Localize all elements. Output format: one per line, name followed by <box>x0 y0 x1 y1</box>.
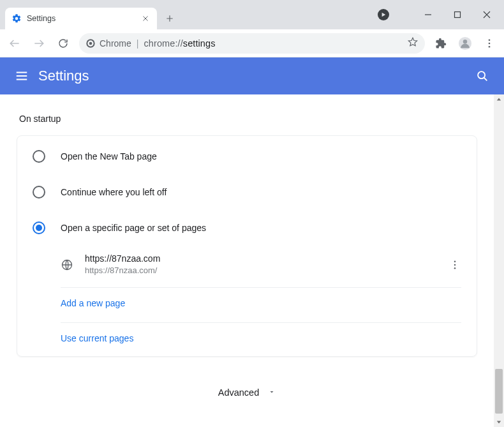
hamburger-menu-button[interactable] <box>8 62 36 90</box>
svg-marker-0 <box>382 13 386 17</box>
startup-page-title: https://87nzaa.com <box>85 252 436 265</box>
settings-content: On startup Open the New Tab page Continu… <box>0 94 494 427</box>
extensions-button[interactable] <box>430 33 452 54</box>
chevron-down-icon <box>268 387 276 398</box>
address-bar[interactable]: Chrome | chrome://settings <box>79 33 425 54</box>
gear-icon <box>11 13 22 24</box>
settings-header: Settings <box>0 57 504 94</box>
close-tab-icon[interactable] <box>140 13 151 24</box>
svg-point-14 <box>454 267 456 269</box>
site-chip-label: Chrome <box>100 38 131 49</box>
scroll-down-icon[interactable] <box>494 417 504 427</box>
radio-icon <box>33 221 45 234</box>
option-continue[interactable]: Continue where you left off <box>17 174 477 210</box>
search-button[interactable] <box>468 62 496 90</box>
advanced-toggle[interactable]: Advanced <box>17 387 477 398</box>
option-new-tab[interactable]: Open the New Tab page <box>17 139 477 174</box>
svg-point-8 <box>489 42 491 44</box>
nav-back-button <box>4 33 26 54</box>
startup-page-url: https://87nzaa.com/ <box>85 265 436 277</box>
svg-point-9 <box>489 45 491 47</box>
svg-point-12 <box>454 260 456 262</box>
svg-point-4 <box>89 41 93 45</box>
page-title: Settings <box>38 68 468 84</box>
omnibox-url: chrome://settings <box>144 38 215 49</box>
window-titlebar: Settings <box>0 0 504 29</box>
section-heading: On startup <box>19 114 477 124</box>
svg-point-10 <box>478 71 485 79</box>
globe-icon <box>61 258 73 271</box>
close-window-button[interactable] <box>472 4 501 25</box>
site-info-button[interactable]: Chrome <box>85 38 131 49</box>
option-specific-pages[interactable]: Open a specific page or set of pages <box>17 210 477 246</box>
media-control-icon[interactable] <box>378 9 389 20</box>
minimize-button[interactable] <box>413 4 443 25</box>
tab-title: Settings <box>27 14 135 23</box>
maximize-button[interactable] <box>443 4 472 25</box>
browser-tab[interactable]: Settings <box>5 8 157 29</box>
browser-toolbar: Chrome | chrome://settings <box>0 29 504 57</box>
use-current-pages-link[interactable]: Use current pages <box>17 323 477 354</box>
startup-page-row: https://87nzaa.com https://87nzaa.com/ <box>17 246 477 283</box>
nav-forward-button <box>28 33 50 54</box>
scroll-thumb[interactable] <box>495 369 503 414</box>
option-label: Continue where you left off <box>61 187 167 197</box>
omnibox-separator: | <box>137 38 139 49</box>
option-label: Open the New Tab page <box>61 151 157 161</box>
svg-point-7 <box>489 39 491 41</box>
svg-rect-1 <box>455 12 461 18</box>
radio-icon <box>33 150 45 163</box>
window-controls <box>413 0 501 29</box>
startup-card: Open the New Tab page Continue where you… <box>17 135 477 357</box>
new-tab-button[interactable] <box>161 10 179 27</box>
radio-icon <box>33 186 45 199</box>
scroll-up-icon[interactable] <box>494 94 504 105</box>
svg-point-13 <box>454 264 456 266</box>
page-row-menu-button[interactable] <box>447 257 463 273</box>
advanced-label: Advanced <box>218 387 260 398</box>
svg-point-6 <box>463 40 467 43</box>
scrollbar[interactable] <box>494 94 504 427</box>
bookmark-star-icon[interactable] <box>407 36 419 50</box>
reload-button[interactable] <box>52 33 74 54</box>
browser-menu-button[interactable] <box>478 33 500 54</box>
option-label: Open a specific page or set of pages <box>61 223 206 233</box>
profile-button[interactable] <box>454 33 476 54</box>
add-new-page-link[interactable]: Add a new page <box>17 288 477 318</box>
